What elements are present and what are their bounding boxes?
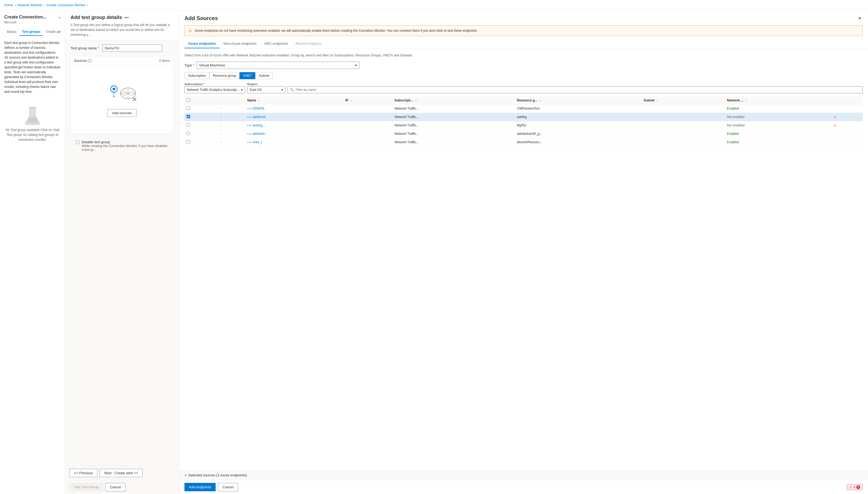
group-btn-subnet[interactable]: Subnet: [255, 72, 273, 79]
tab-recent-endpoint: Recent endpoint: [292, 39, 325, 48]
row-expand-button[interactable]: ›: [220, 132, 222, 135]
add-sources-button[interactable]: Add sources: [108, 109, 136, 117]
row-expand-cell: ›: [218, 104, 245, 113]
sidebar-empty-state: No Test group available Click on 'Add Te…: [4, 105, 60, 142]
row-name-link[interactable]: vnet_1: [253, 140, 262, 144]
breadcrumb-create-connection-monitor[interactable]: Create Connection Monitor: [47, 3, 85, 7]
group-btn-vnet[interactable]: VNET: [239, 72, 255, 79]
tab-create-alert[interactable]: Create ale: [43, 28, 63, 36]
selected-footer-chevron-icon: ∧: [185, 473, 187, 477]
close-button[interactable]: ✕: [857, 15, 863, 22]
right-description: Select from a list of Azure VMs with Net…: [185, 53, 863, 58]
type-select[interactable]: Virtual Machines ▾: [197, 62, 360, 69]
row-ip-cell: [343, 104, 392, 113]
row-resourcegroup-cell: aahilrg: [515, 113, 641, 121]
disable-test-group-checkbox[interactable]: [76, 140, 79, 144]
subnet-sort-icon[interactable]: ↑↓: [656, 99, 659, 102]
collapse-icon[interactable]: «: [58, 15, 60, 20]
right-bottom-bar: Add endpoints Cancel ⚠ 4 ✕: [179, 480, 868, 494]
selected-sources-footer[interactable]: ∧ Selected sources (1 Azure endpoints): [179, 470, 868, 480]
row-checkbox[interactable]: [187, 115, 190, 118]
warning-text: Some endpoints do not have monitoring ex…: [195, 28, 478, 33]
name-sort-icon[interactable]: ↑↓: [257, 99, 260, 102]
previous-button[interactable]: << Previous: [70, 469, 97, 477]
endpoints-table: Name ↑↓ IP ↑↓ Subscripti... ↑↓ Resource …: [185, 97, 863, 147]
row-network-cell: Enabled: [725, 138, 831, 147]
tab-test-groups[interactable]: Test groups: [19, 28, 43, 36]
select-all-checkbox[interactable]: [187, 98, 190, 102]
row-subnet-cell: [641, 104, 725, 113]
middle-more-icon[interactable]: •••: [124, 15, 129, 20]
add-test-group-button[interactable]: Add Test Group: [70, 483, 103, 491]
right-cancel-button[interactable]: Cancel: [218, 483, 238, 491]
network-sort-icon[interactable]: ↑↓: [745, 99, 748, 102]
col-header-expand: [218, 97, 245, 104]
region-select[interactable]: East US ▾: [247, 86, 285, 93]
cancel-button[interactable]: Cancel: [105, 483, 125, 491]
type-label: Type *: [185, 63, 194, 67]
vnet-icon: ⟷: [247, 115, 251, 119]
region-column-label: Region: [247, 82, 285, 86]
table-row: › ⟷ aahilvnet Network Traffic... aahilrg…: [185, 113, 863, 121]
breadcrumb-home[interactable]: Home: [4, 3, 13, 7]
sources-info-icon[interactable]: i: [88, 59, 92, 63]
row-checkbox[interactable]: [187, 132, 190, 135]
right-panel-title: Add Sources: [185, 15, 218, 21]
subscription-chevron-icon: ▾: [241, 88, 243, 92]
row-checkbox[interactable]: [187, 106, 190, 110]
row-expand-button[interactable]: ›: [220, 116, 222, 118]
row-checkbox[interactable]: [187, 140, 190, 144]
sources-count: 0 Items: [159, 59, 170, 63]
row-expand-button[interactable]: ›: [220, 107, 222, 110]
row-name-link[interactable]: aahilvnet: [253, 115, 266, 119]
add-endpoints-button[interactable]: Add endpoints: [185, 483, 216, 491]
filters-row: Subscription * Network Traffic Analytics…: [185, 82, 863, 93]
group-btn-resourcegroup[interactable]: Resource group: [209, 72, 239, 79]
row-checkbox-cell: [185, 130, 218, 138]
sources-empty-illustration: [106, 81, 138, 106]
left-bottom-bar: << Previous Next : Create alert >> Add T…: [65, 466, 179, 494]
resourcegroup-sort-icon[interactable]: ↑↓: [539, 99, 541, 102]
panel-title: Add test group details: [71, 15, 122, 20]
sidebar-empty-text: No Test group available Click on 'Add Te…: [4, 128, 60, 142]
row-warning-icon: ⚠: [833, 124, 836, 127]
tab-basics[interactable]: Basics: [4, 28, 19, 36]
subscription-sort-icon[interactable]: ↑↓: [414, 99, 417, 102]
sources-section-header: Sources i 0 Items: [71, 56, 173, 65]
row-name-link[interactable]: DtINPM..: [253, 107, 266, 110]
subscription-select[interactable]: Network Traffic Analytics Subscript... ▾: [185, 86, 245, 93]
row-warning-cell: [831, 104, 863, 113]
row-expand-button[interactable]: ›: [220, 141, 222, 144]
vnet-icon: ⟷: [247, 124, 251, 127]
col-header-checkbox: [185, 97, 218, 104]
tab-azure-endpoints[interactable]: Azure endpoints: [185, 39, 220, 48]
disable-test-group-row: Disable test group While creating the Co…: [71, 137, 173, 155]
row-expand-button[interactable]: ›: [220, 124, 222, 127]
breadcrumb-network-watcher[interactable]: Network Watcher: [17, 3, 42, 7]
ip-sort-icon[interactable]: ↑↓: [350, 99, 352, 102]
middle-panel: Add test group details ••• A Test group …: [65, 10, 179, 494]
tab-arc-endpoints[interactable]: ARC endpoints: [261, 39, 292, 48]
svg-point-3: [113, 96, 114, 97]
error-badge[interactable]: ⚠ 4 ✕: [847, 484, 863, 490]
col-header-subscription: Subscripti... ↑↓: [392, 97, 515, 104]
next-create-alert-button[interactable]: Next : Create alert >>: [99, 469, 142, 477]
disable-sublabel: While creating the Connection Monitor, i…: [82, 144, 168, 152]
test-group-name-input[interactable]: [102, 44, 162, 52]
row-checkbox[interactable]: [187, 123, 190, 127]
row-expand-cell: ›: [218, 130, 245, 138]
vnet-icon: ⟷: [247, 132, 251, 136]
group-btn-subscription[interactable]: Subscription: [185, 72, 209, 79]
row-expand-cell: ›: [218, 121, 245, 130]
row-name-link[interactable]: abhilash.: [253, 132, 266, 136]
filter-by-name-input[interactable]: [296, 88, 860, 92]
middle-header: Add test group details ••• A Test group …: [65, 10, 179, 40]
table-row: › ⟷ vnet_1 Network Traffic... deveshReso…: [185, 138, 863, 147]
row-checkbox-cell: [185, 113, 218, 121]
row-name-cell: ⟷ DtINPM..: [245, 104, 343, 113]
row-network-cell: Not enabled: [725, 113, 831, 121]
tab-non-azure-endpoints[interactable]: Non-Azure endpoints: [220, 39, 261, 48]
svg-point-2: [113, 88, 115, 90]
row-name-link[interactable]: testing....: [253, 124, 266, 127]
type-select-chevron-icon: ▾: [355, 63, 357, 67]
